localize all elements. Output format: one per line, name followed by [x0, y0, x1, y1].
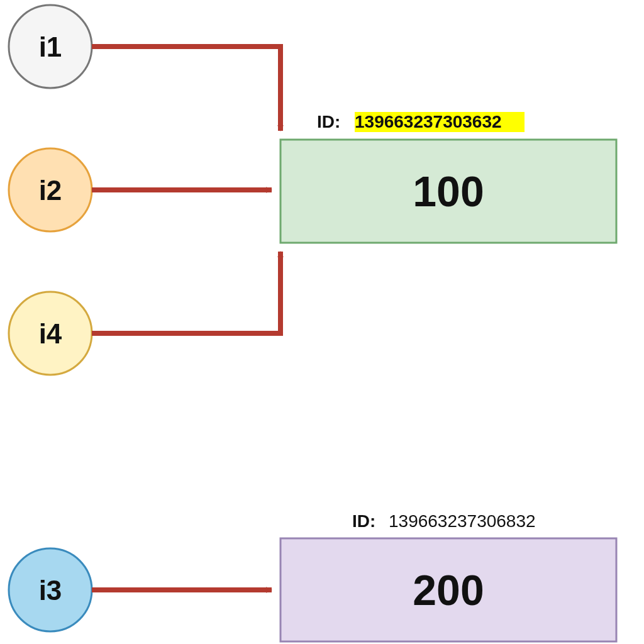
arrow-i1-obj1: [92, 47, 280, 131]
obj1-id-value: 139663237303632: [355, 112, 502, 131]
node-i3-label: i3: [39, 575, 62, 606]
node-i4-label: i4: [39, 318, 62, 349]
diagram-canvas: ID: 139663237303632 100 ID: 139663237306…: [0, 0, 644, 644]
obj2-value: 200: [413, 566, 484, 614]
obj2-id-group: ID: 139663237306832: [352, 511, 536, 531]
node-i2-label: i2: [39, 175, 62, 206]
obj1-id-prefix: ID:: [317, 112, 340, 131]
node-i1-label: i1: [39, 31, 62, 62]
obj1-value: 100: [413, 167, 484, 215]
obj2-id-value: 139663237306832: [389, 511, 536, 531]
obj2-id-prefix: ID:: [352, 511, 375, 531]
obj1-id-group: ID: 139663237303632: [317, 112, 525, 132]
arrow-i4-obj1: [92, 252, 280, 333]
